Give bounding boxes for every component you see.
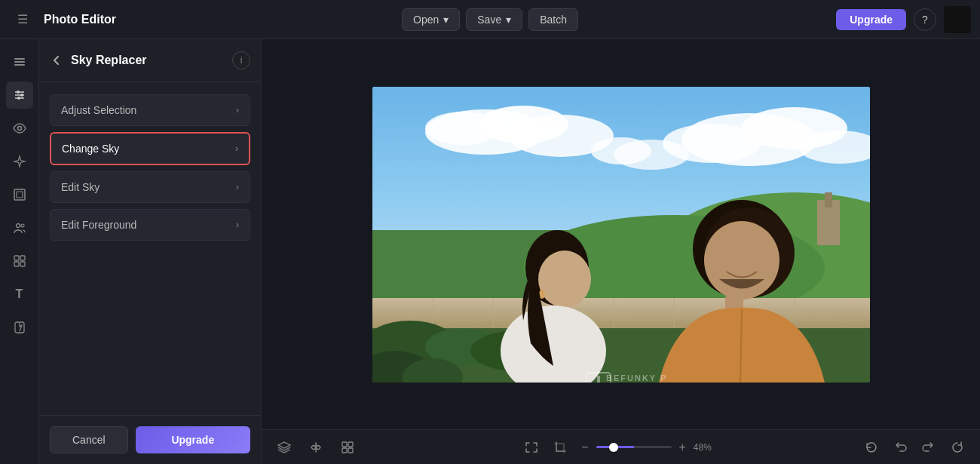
svg-rect-34 bbox=[825, 192, 832, 207]
bottom-bar: − + 48% bbox=[262, 429, 980, 464]
svg-rect-0 bbox=[14, 58, 25, 60]
svg-point-13 bbox=[21, 224, 24, 227]
avatar[interactable] bbox=[944, 6, 971, 33]
panel-actions: Cancel Upgrade bbox=[39, 415, 261, 464]
text-icon: T bbox=[16, 287, 23, 301]
panel-item-adjust-selection[interactable]: Adjust Selection › bbox=[50, 94, 250, 126]
sparkle-icon bbox=[12, 154, 27, 169]
topbar: ☰ Photo Editor Open ▾ Save ▾ Batch Upgra… bbox=[0, 0, 980, 39]
edit-sky-chevron-icon: › bbox=[236, 182, 239, 192]
zoom-out-icon: − bbox=[581, 441, 588, 454]
bottom-bar-right bbox=[721, 437, 968, 458]
svg-rect-72 bbox=[348, 448, 353, 453]
zoom-controls: − + 48% bbox=[578, 438, 721, 457]
adjust-selection-chevron-icon: › bbox=[236, 105, 239, 115]
svg-point-52 bbox=[538, 250, 591, 308]
layers-icon bbox=[12, 54, 27, 69]
svg-text:BEFUNKY P: BEFUNKY P bbox=[606, 373, 667, 383]
svg-rect-38 bbox=[372, 298, 870, 328]
people-icon bbox=[12, 220, 27, 235]
undo-button[interactable] bbox=[890, 437, 911, 458]
bottom-bar-left bbox=[274, 437, 521, 458]
svg-rect-11 bbox=[17, 192, 23, 198]
open-chevron-icon: ▾ bbox=[443, 14, 449, 26]
save-chevron-icon: ▾ bbox=[506, 14, 511, 26]
zoom-slider[interactable] bbox=[596, 446, 672, 448]
panel-info-button[interactable]: i bbox=[232, 51, 250, 69]
grid-icon bbox=[12, 254, 27, 269]
help-button[interactable]: ? bbox=[914, 8, 936, 31]
info-icon: i bbox=[240, 55, 243, 66]
topbar-center: Open ▾ Save ▾ Batch bbox=[402, 8, 578, 31]
frame-icon bbox=[12, 187, 27, 202]
help-icon: ? bbox=[922, 14, 928, 26]
svg-rect-71 bbox=[342, 448, 347, 453]
edit-foreground-chevron-icon: › bbox=[236, 220, 239, 230]
redo-button[interactable] bbox=[918, 437, 939, 458]
sidebar-sparkle-button[interactable] bbox=[6, 148, 33, 175]
svg-point-8 bbox=[17, 97, 20, 100]
svg-point-4 bbox=[17, 91, 20, 94]
photo-svg: BEFUNKY P S bbox=[372, 87, 870, 383]
cancel-button[interactable]: Cancel bbox=[50, 426, 128, 453]
crop-zoom-button[interactable] bbox=[550, 437, 571, 458]
layers-bottom-button[interactable] bbox=[274, 437, 295, 458]
svg-point-9 bbox=[17, 127, 21, 131]
tool-panel: Sky Replacer i Adjust Selection › Change… bbox=[39, 39, 262, 464]
sidebar-grid-button[interactable] bbox=[6, 247, 33, 275]
batch-button[interactable]: Batch bbox=[528, 8, 578, 31]
icon-sidebar: T bbox=[0, 39, 39, 464]
upgrade-button[interactable]: Upgrade bbox=[836, 9, 906, 30]
panel-item-edit-sky[interactable]: Edit Sky › bbox=[50, 171, 250, 203]
undo-history-button[interactable] bbox=[861, 437, 882, 458]
svg-rect-1 bbox=[14, 61, 25, 63]
svg-rect-16 bbox=[14, 262, 19, 266]
sidebar-adjust-button[interactable] bbox=[6, 81, 33, 109]
sidebar-frame-button[interactable] bbox=[6, 181, 33, 208]
sidebar-text-button[interactable]: T bbox=[6, 281, 33, 308]
layout-bottom-button[interactable] bbox=[337, 437, 358, 458]
panel-item-edit-foreground[interactable]: Edit Foreground › bbox=[50, 209, 250, 241]
svg-rect-14 bbox=[14, 256, 19, 260]
zoom-out-button[interactable]: − bbox=[578, 438, 591, 457]
svg-rect-69 bbox=[342, 442, 347, 447]
fit-screen-button[interactable] bbox=[521, 437, 542, 458]
sidebar-eye-button[interactable] bbox=[6, 115, 33, 142]
svg-point-12 bbox=[16, 224, 20, 228]
sidebar-layers-button[interactable] bbox=[6, 48, 33, 75]
reset-button[interactable] bbox=[947, 437, 968, 458]
svg-point-67 bbox=[312, 445, 316, 449]
svg-rect-17 bbox=[20, 262, 25, 266]
save-button[interactable]: Save ▾ bbox=[466, 8, 522, 31]
adjust-selection-label: Adjust Selection bbox=[61, 104, 136, 116]
svg-point-6 bbox=[20, 94, 23, 97]
panel-header: Sky Replacer i bbox=[39, 39, 261, 82]
svg-rect-2 bbox=[14, 64, 25, 66]
svg-point-68 bbox=[317, 445, 320, 449]
svg-rect-70 bbox=[348, 442, 353, 447]
adjust-bottom-button[interactable] bbox=[305, 437, 326, 458]
topbar-right: Upgrade ? bbox=[578, 6, 971, 33]
app-title: Photo Editor bbox=[44, 13, 116, 26]
hamburger-menu-button[interactable]: ☰ bbox=[9, 6, 36, 33]
sidebar-sticker-button[interactable] bbox=[6, 314, 33, 341]
edit-sky-label: Edit Sky bbox=[61, 181, 100, 193]
svg-point-22 bbox=[425, 112, 501, 145]
svg-rect-10 bbox=[14, 189, 25, 200]
panel-back-button[interactable] bbox=[50, 54, 63, 67]
zoom-in-icon: + bbox=[679, 441, 686, 454]
zoom-in-button[interactable]: + bbox=[676, 438, 689, 457]
panel-item-change-sky[interactable]: Change Sky › bbox=[50, 132, 250, 165]
hamburger-icon: ☰ bbox=[17, 12, 28, 26]
open-button[interactable]: Open ▾ bbox=[402, 8, 460, 31]
panel-title: Sky Replacer bbox=[71, 54, 225, 67]
canvas-workspace[interactable]: BEFUNKY P S bbox=[262, 39, 980, 429]
zoom-percentage: 48% bbox=[694, 442, 721, 453]
sticker-icon bbox=[12, 320, 27, 335]
canvas-area: BEFUNKY P S bbox=[262, 39, 980, 464]
change-sky-label: Change Sky bbox=[62, 143, 119, 155]
sidebar-people-button[interactable] bbox=[6, 214, 33, 241]
panel-upgrade-button[interactable]: Upgrade bbox=[136, 426, 250, 453]
adjust-sliders-icon bbox=[12, 88, 27, 103]
photo-canvas: BEFUNKY P S bbox=[372, 87, 870, 383]
